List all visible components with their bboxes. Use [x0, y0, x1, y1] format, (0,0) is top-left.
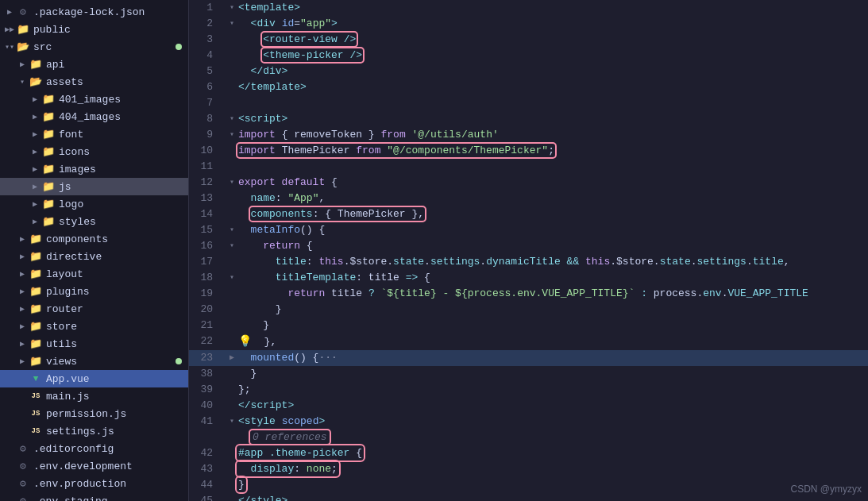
js-icon: JS: [29, 427, 43, 435]
code-line-44: 44 }: [189, 477, 868, 493]
code-line-17: 17 title: this.$store.state.settings.dyn…: [189, 254, 868, 270]
folder-icon: 📁: [29, 285, 43, 298]
code-line-6: 6 </template>: [189, 79, 868, 95]
sidebar-item-label: styles: [59, 216, 185, 228]
sidebar-item-env-prod[interactable]: ⚙ .env.production: [0, 475, 188, 492]
code-line-42: 42 #app .theme-picker {: [189, 445, 868, 461]
folder-icon: 📁: [41, 110, 56, 123]
code-line-38: 38 }: [189, 366, 868, 382]
code-content: 1 ▾ <template> 2 ▾ <div id="app"> 3 <rou…: [189, 0, 868, 501]
folder-icon: 📁: [41, 128, 56, 141]
sidebar-item-utils[interactable]: ▶ 📁 utils: [0, 335, 188, 353]
sidebar-item-store[interactable]: ▶ 📁 store: [0, 318, 188, 335]
sidebar-item-directive[interactable]: ▶ 📁 directive: [0, 248, 188, 265]
sidebar-item-label: .env.development: [33, 461, 185, 472]
sidebar-item-label: settings.js: [46, 426, 185, 437]
code-line-23: 23 ▶ mounted() {···: [189, 350, 868, 366]
code-line-ref: 0 references: [189, 430, 868, 445]
sidebar-item-label: logo: [59, 198, 185, 210]
folder-icon: 📁: [41, 93, 56, 106]
folder-icon: 📁: [41, 180, 56, 193]
sidebar-item-label: directive: [46, 251, 185, 263]
folder-icon: 📁: [29, 233, 43, 245]
folder-icon: 📁: [41, 215, 56, 228]
sidebar-item-label: .env.production: [33, 478, 185, 490]
code-line-9: 9 ▾ import { removeToken } from '@/utils…: [189, 127, 868, 143]
sidebar-item-label: public: [33, 24, 185, 36]
sidebar-item-logo[interactable]: ▶ 📁 logo: [0, 195, 188, 213]
code-line-16: 16 ▾ return {: [189, 238, 868, 254]
sidebar-item-api[interactable]: ▶ 📁 api: [0, 56, 188, 73]
folder-icon: 📁: [29, 320, 43, 333]
sidebar-item-styles[interactable]: ▶ 📁 styles: [0, 213, 188, 230]
sidebar-item-label: layout: [46, 268, 185, 280]
sidebar-item-package-lock[interactable]: ⚙ .package-lock.json: [0, 3, 188, 21]
sidebar-item-images[interactable]: ▶ 📁 images: [0, 160, 188, 178]
vue-icon: ▼: [29, 374, 43, 383]
file-explorer[interactable]: ⚙ .package-lock.json ▶ 📁 public ▾ 📂 src …: [0, 0, 189, 501]
folder-icon: 📁: [29, 355, 43, 368]
sidebar-item-settings-js[interactable]: JS settings.js: [0, 422, 188, 440]
folder-icon: 📁: [29, 337, 43, 350]
sidebar-item-label: store: [46, 321, 185, 333]
sidebar-item-icons[interactable]: ▶ 📁 icons: [0, 143, 188, 160]
folder-icon: 📁: [16, 23, 30, 36]
code-line-45: 45 </style>: [189, 493, 868, 501]
code-line-7: 7: [189, 95, 868, 111]
sidebar-item-public[interactable]: ▶ 📁 public: [0, 21, 188, 38]
folder-icon: 📁: [41, 163, 56, 175]
code-line-18: 18 ▾ titleTemplate: title => {: [189, 270, 868, 286]
sidebar-item-label: 401_images: [59, 94, 185, 106]
sidebar-item-src[interactable]: ▾ 📂 src: [0, 38, 188, 56]
sidebar-item-label: images: [59, 164, 185, 175]
gear-icon: ⚙: [16, 442, 30, 455]
sidebar-item-label: .editorconfig: [33, 443, 185, 455]
sidebar-item-main-js[interactable]: JS main.js: [0, 387, 188, 405]
sidebar-item-label: api: [46, 59, 185, 71]
sidebar-item-label: utils: [46, 338, 185, 350]
sidebar-item-label: js: [59, 181, 185, 193]
sidebar-item-label: .env.staging: [33, 495, 185, 502]
sidebar-item-401[interactable]: ▶ 📁 401_images: [0, 91, 188, 108]
sidebar-item-editorconfig[interactable]: ⚙ .editorconfig: [0, 440, 188, 457]
sidebar-item-assets[interactable]: ▾ 📂 assets: [0, 73, 188, 91]
sidebar-item-label: .package-lock.json: [33, 6, 185, 18]
code-line-15: 15 ▾ metaInfo() {: [189, 222, 868, 238]
sidebar-item-app-vue[interactable]: ▼ App.vue: [0, 370, 188, 387]
sidebar-item-views[interactable]: ▶ 📁 views: [0, 353, 188, 370]
code-line-40: 40 </script>: [189, 398, 868, 414]
code-line-8: 8 ▾ <script>: [189, 111, 868, 127]
sidebar-item-env-dev[interactable]: ⚙ .env.development: [0, 457, 188, 475]
sidebar-item-label: App.vue: [46, 373, 185, 385]
code-line-1: 1 ▾ <template>: [189, 0, 868, 16]
sidebar-item-js[interactable]: ▶ 📁 js: [0, 178, 188, 195]
code-editor[interactable]: 1 ▾ <template> 2 ▾ <div id="app"> 3 <rou…: [189, 0, 868, 501]
code-line-43: 43 display: none;: [189, 461, 868, 477]
code-line-10: 10 import ThemePicker from "@/components…: [189, 143, 868, 159]
sidebar-item-router[interactable]: ▶ 📁 router: [0, 300, 188, 318]
sidebar-item-permission-js[interactable]: JS permission.js: [0, 405, 188, 422]
code-line-20: 20 }: [189, 302, 868, 318]
sidebar-item-font[interactable]: ▶ 📁 font: [0, 125, 188, 143]
folder-icon: 📁: [41, 198, 56, 210]
gear-icon: ⚙: [16, 460, 30, 472]
js-icon: JS: [29, 392, 43, 400]
sidebar-item-env-staging[interactable]: ⚙ .env.staging: [0, 492, 188, 501]
code-line-22: 22 💡 },: [189, 333, 868, 350]
sidebar-item-components[interactable]: ▶ 📁 components: [0, 230, 188, 248]
code-line-19: 19 return title ? `${title} - ${process.…: [189, 286, 868, 302]
sidebar-item-plugins[interactable]: ▶ 📁 plugins: [0, 283, 188, 300]
sidebar-item-label: permission.js: [46, 408, 185, 420]
sidebar-item-label: components: [46, 233, 185, 245]
sidebar-item-layout[interactable]: ▶ 📁 layout: [0, 265, 188, 283]
code-line-3: 3 <router-view />: [189, 32, 868, 48]
gear-icon: ⚙: [16, 6, 30, 18]
code-line-21: 21 }: [189, 318, 868, 333]
folder-open-icon: 📂: [16, 40, 30, 53]
code-line-4: 4 <theme-picker />: [189, 48, 868, 64]
code-line-14: 14 components: { ThemePicker },: [189, 206, 868, 222]
folder-open-icon: 📂: [29, 75, 43, 88]
sidebar-item-label: assets: [46, 76, 185, 88]
sidebar-item-404[interactable]: ▶ 📁 404_images: [0, 108, 188, 125]
folder-icon: 📁: [29, 268, 43, 280]
